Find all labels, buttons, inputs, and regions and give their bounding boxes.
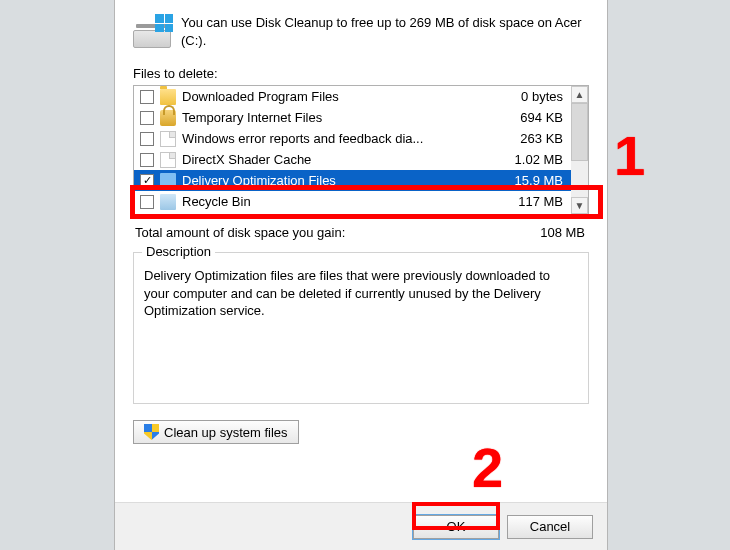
item-size: 694 KB: [485, 110, 567, 125]
total-value: 108 MB: [540, 225, 585, 240]
annotation-marker-1: 1: [614, 128, 645, 184]
description-title: Description: [142, 244, 215, 259]
cancel-button[interactable]: Cancel: [507, 515, 593, 539]
list-item[interactable]: Downloaded Program Files 0 bytes: [134, 86, 571, 107]
list-item[interactable]: Windows error reports and feedback dia..…: [134, 128, 571, 149]
list-item[interactable]: DirectX Shader Cache 1.02 MB: [134, 149, 571, 170]
list-item[interactable]: Recycle Bin 117 MB: [134, 191, 571, 212]
item-name: Windows error reports and feedback dia..…: [182, 131, 479, 146]
lock-icon: [160, 110, 176, 126]
checkbox[interactable]: [140, 195, 154, 209]
checkbox[interactable]: [140, 90, 154, 104]
item-size: 15.9 MB: [485, 173, 567, 188]
disk-cleanup-dialog: You can use Disk Cleanup to free up to 2…: [114, 0, 608, 550]
item-size: 1.02 MB: [485, 152, 567, 167]
intro-text: You can use Disk Cleanup to free up to 2…: [181, 14, 589, 52]
cancel-label: Cancel: [530, 519, 570, 534]
checkbox[interactable]: [140, 132, 154, 146]
scroll-up-button[interactable]: ▲: [571, 86, 588, 103]
page-icon: [160, 131, 176, 147]
files-list-inner: Downloaded Program Files 0 bytes Tempora…: [134, 86, 571, 214]
checkbox[interactable]: [140, 153, 154, 167]
checkbox[interactable]: [140, 111, 154, 125]
checkbox-checked[interactable]: ✓: [140, 174, 154, 188]
item-size: 117 MB: [485, 194, 567, 209]
item-name: DirectX Shader Cache: [182, 152, 479, 167]
clean-up-label: Clean up system files: [164, 425, 288, 440]
button-bar: OK Cancel: [115, 502, 607, 550]
files-listbox: Downloaded Program Files 0 bytes Tempora…: [133, 85, 589, 215]
shield-icon: [144, 424, 159, 440]
recycle-bin-icon: [160, 194, 176, 210]
scrollbar[interactable]: ▲ ▼: [571, 86, 588, 214]
clean-up-system-files-button[interactable]: Clean up system files: [133, 420, 299, 444]
item-name: Delivery Optimization Files: [182, 173, 479, 188]
item-name: Temporary Internet Files: [182, 110, 479, 125]
page-icon: [160, 152, 176, 168]
files-to-delete-label: Files to delete:: [133, 66, 589, 81]
total-line: Total amount of disk space you gain: 108…: [133, 215, 589, 246]
disk-cleanup-icon: [133, 14, 171, 52]
list-item[interactable]: Temporary Internet Files 694 KB: [134, 107, 571, 128]
item-size: 263 KB: [485, 131, 567, 146]
scroll-thumb[interactable]: [571, 103, 588, 161]
scroll-down-button[interactable]: ▼: [571, 197, 588, 214]
ok-button[interactable]: OK: [413, 515, 499, 539]
ok-label: OK: [447, 519, 466, 534]
intro-section: You can use Disk Cleanup to free up to 2…: [133, 14, 589, 52]
list-item-selected[interactable]: ✓ Delivery Optimization Files 15.9 MB: [134, 170, 571, 191]
file-icon: [160, 173, 176, 189]
description-text: Delivery Optimization files are files th…: [144, 267, 578, 320]
folder-icon: [160, 89, 176, 105]
total-label: Total amount of disk space you gain:: [135, 225, 345, 240]
description-groupbox: Description Delivery Optimization files …: [133, 252, 589, 404]
item-size: 0 bytes: [485, 89, 567, 104]
scroll-track[interactable]: [571, 161, 588, 197]
item-name: Downloaded Program Files: [182, 89, 479, 104]
item-name: Recycle Bin: [182, 194, 479, 209]
